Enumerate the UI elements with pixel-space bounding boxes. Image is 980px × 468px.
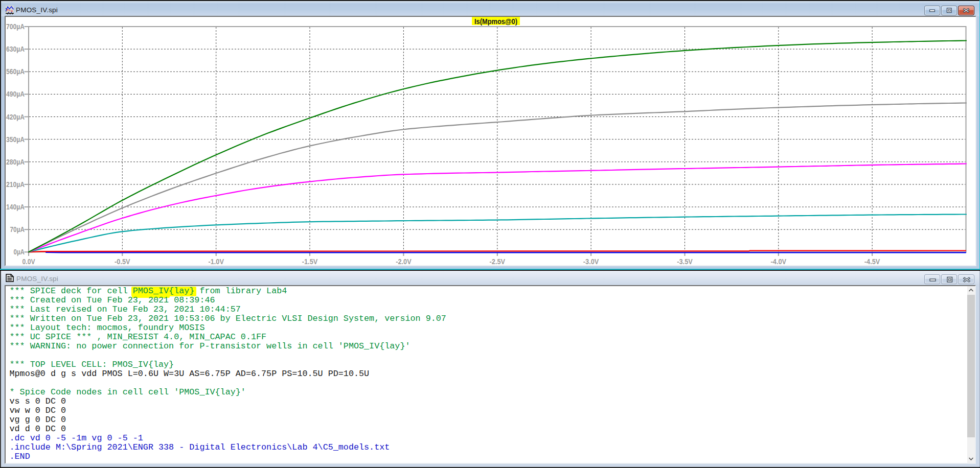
svg-text:-2.5V: -2.5V <box>490 258 506 266</box>
svg-text:0µA: 0µA <box>14 248 25 256</box>
svg-text:140µA: 140µA <box>6 203 25 211</box>
svg-text:-1.0V: -1.0V <box>208 258 224 266</box>
svg-text:-0.5V: -0.5V <box>115 258 130 266</box>
svg-text:-2.0V: -2.0V <box>396 258 412 266</box>
svg-text:Is(Mpmos@0): Is(Mpmos@0) <box>474 17 517 26</box>
svg-text:630µA: 630µA <box>6 45 25 53</box>
svg-text:420µA: 420µA <box>6 113 25 121</box>
svg-text:700µA: 700µA <box>6 22 25 31</box>
svg-text:-3.0V: -3.0V <box>583 258 599 266</box>
svg-text:560µA: 560µA <box>6 67 25 76</box>
svg-text:490µA: 490µA <box>6 90 25 98</box>
svg-text:-4.5V: -4.5V <box>864 258 880 266</box>
svg-text:350µA: 350µA <box>6 135 25 144</box>
svg-text:210µA: 210µA <box>6 180 25 189</box>
svg-text:0.0V: 0.0V <box>22 258 36 266</box>
svg-text:280µA: 280µA <box>6 158 25 166</box>
svg-text:-4.0V: -4.0V <box>771 258 787 266</box>
svg-text:70µA: 70µA <box>10 225 25 233</box>
svg-text:-3.5V: -3.5V <box>677 258 693 266</box>
svg-text:-1.5V: -1.5V <box>302 258 318 266</box>
